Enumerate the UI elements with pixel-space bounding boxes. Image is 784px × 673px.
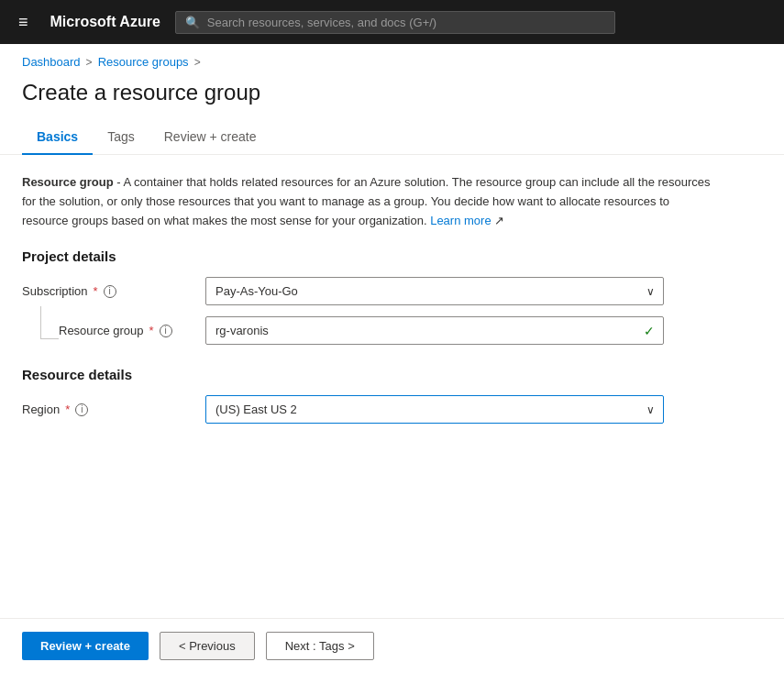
region-label-col: Region * i: [22, 403, 205, 416]
region-label: Region: [22, 403, 60, 416]
region-row: Region * i (US) East US 2 ∨: [22, 395, 762, 424]
subscription-label: Subscription: [22, 284, 88, 298]
subscription-required: *: [94, 284, 98, 298]
tab-review-create[interactable]: Review + create: [149, 120, 271, 155]
resource-group-required: *: [149, 324, 154, 337]
page-title: Create a resource group: [0, 72, 784, 120]
region-required: *: [65, 403, 70, 416]
footer: Review + create < Previous Next : Tags >: [0, 618, 784, 673]
breadcrumb-dashboard[interactable]: Dashboard: [22, 55, 81, 69]
top-navigation: ≡ Microsoft Azure 🔍: [0, 0, 784, 44]
resource-details-section: Resource details Region * i (US) East US…: [22, 367, 762, 424]
project-details-title: Project details: [22, 248, 762, 264]
subscription-input-col: Pay-As-You-Go ∨: [205, 277, 664, 305]
region-input-col: (US) East US 2 ∨: [205, 395, 664, 424]
review-create-button[interactable]: Review + create: [22, 632, 149, 660]
main-content: Dashboard > Resource groups > Create a r…: [0, 44, 784, 673]
search-icon: 🔍: [185, 16, 200, 29]
region-info-icon[interactable]: i: [75, 403, 88, 416]
breadcrumb-resource-groups[interactable]: Resource groups: [98, 55, 189, 69]
form-body: Resource group - A container that holds …: [0, 155, 784, 618]
subscription-select[interactable]: Pay-As-You-Go: [205, 277, 664, 305]
description-suffix: - A container that holds related resourc…: [22, 175, 711, 227]
resource-group-input-wrapper: ✓: [205, 316, 664, 345]
breadcrumb-sep-2: >: [194, 56, 201, 69]
resource-group-row: Resource group * i ✓: [22, 316, 762, 345]
indent-connector: [22, 323, 59, 339]
breadcrumb: Dashboard > Resource groups >: [0, 44, 784, 72]
resource-group-info-icon[interactable]: i: [160, 325, 172, 337]
previous-button[interactable]: < Previous: [160, 632, 255, 660]
next-button[interactable]: Next : Tags >: [266, 632, 374, 660]
resource-group-label: Resource group: [59, 324, 144, 337]
subscription-row: Subscription * i Pay-As-You-Go ∨: [22, 277, 762, 305]
resource-group-label-col: Resource group * i: [59, 324, 205, 337]
search-input[interactable]: [207, 16, 605, 29]
tab-basics[interactable]: Basics: [22, 120, 93, 155]
resource-group-input[interactable]: [205, 316, 664, 345]
tab-bar: Basics Tags Review + create: [0, 120, 784, 155]
subscription-label-col: Subscription * i: [22, 284, 205, 298]
learn-more-link[interactable]: Learn more: [430, 214, 491, 227]
tab-tags[interactable]: Tags: [93, 120, 149, 155]
resource-group-input-col: ✓: [205, 316, 664, 345]
resource-details-title: Resource details: [22, 367, 762, 382]
project-details-section: Project details Subscription * i Pay-As-…: [22, 248, 762, 345]
external-link-icon: ↗: [494, 214, 504, 227]
brand-name: Microsoft Azure: [50, 14, 160, 30]
hamburger-menu[interactable]: ≡: [11, 9, 36, 36]
region-select[interactable]: (US) East US 2: [205, 395, 664, 424]
description-text: Resource group - A container that holds …: [22, 173, 719, 230]
description-prefix: Resource group: [22, 175, 114, 189]
subscription-info-icon[interactable]: i: [104, 285, 116, 298]
connector-line: [40, 306, 59, 339]
subscription-select-wrapper: Pay-As-You-Go ∨: [205, 277, 664, 305]
breadcrumb-sep-1: >: [86, 56, 93, 69]
region-select-wrapper: (US) East US 2 ∨: [205, 395, 664, 424]
search-bar[interactable]: 🔍: [175, 11, 615, 34]
